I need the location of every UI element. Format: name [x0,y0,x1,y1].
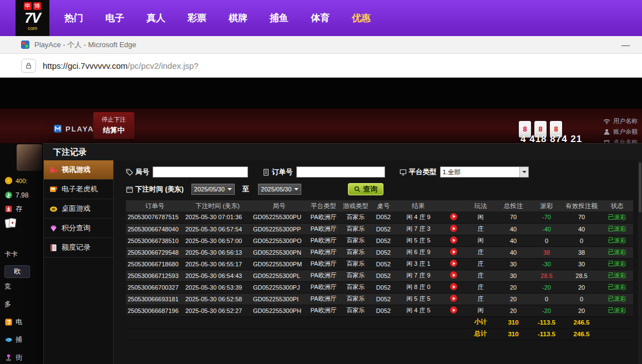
summary-label: 总计 [466,328,496,340]
sidebar-item[interactable]: 电 [4,317,22,327]
cell-valid: 30 [562,258,601,270]
cell-result: 闲 3 庄 1 [396,258,441,270]
cell-result: 闲 5 庄 5 [396,293,441,305]
address-bar[interactable]: https://gci.7vvvvvv.com/pc/pcv2/index.js… [43,61,199,70]
round-input[interactable] [153,166,248,178]
modal-menu-item[interactable]: 积分查询 [44,219,113,238]
replay-icon[interactable] [450,213,457,220]
search-button[interactable]: 查询 [348,183,383,195]
replay-cell [441,293,466,305]
cell-status: 已派彩 [601,293,633,305]
sidebar-item[interactable]: 多 [4,300,11,309]
cell-payout: -40 [531,223,562,235]
cell-game: 百家乐 [340,235,371,246]
site-permissions-button[interactable] [21,59,36,73]
cell-table: D052 [371,270,396,281]
sidebar-item-label: 电 [16,317,22,327]
cell-play: 闲 [466,305,496,316]
replay-icon[interactable] [450,248,457,255]
column-header: 下注时间 (美东) [184,200,251,211]
cell-time: 2025-05-30 06:52:58 [184,293,251,305]
nav-item[interactable]: 捕鱼 [259,12,300,24]
nav-item[interactable]: 电子 [94,12,135,24]
replay-icon[interactable] [450,225,457,232]
sidebar-item-label: 存 [16,204,22,214]
sidebar-item[interactable]: 7.98 [4,191,28,199]
cell-platform: PA欧洲厅 [307,270,340,281]
cell-time: 2025-05-30 06:52:27 [184,305,251,316]
summary-bet: 310 [496,316,531,328]
replay-icon[interactable] [450,236,457,244]
cell-order: 250530066687196 [126,305,184,316]
cell-platform: PA欧洲厅 [307,281,340,293]
column-header: 游戏类型 [340,200,371,211]
app-sidebar: 400:7.98存卡卡欧竞多电捕街 [0,143,43,364]
casino-backdrop: PLAYACE 停止下注 结算中 888 4 418 874 21 用户名称账户… [0,109,642,143]
date-to-dropdown[interactable]: 2025/05/30 [258,184,301,195]
replay-icon[interactable] [450,271,457,279]
modal-menu-item[interactable]: 额度记录 [44,238,113,257]
table-row: 2505300667003272025-05-30 06:53:39GD0522… [126,281,633,293]
cell-bet: 40 [496,223,531,235]
cell-table: D052 [371,235,396,246]
table-row: 2505300767875152025-05-30 07:01:36GD0522… [126,211,633,223]
cell-round: GD052255300PI [251,293,307,305]
cell-bet: 40 [496,246,531,258]
total-row: 总计310-113.5246.5 [126,328,633,340]
cell-time: 2025-05-30 06:57:54 [184,223,251,235]
sidebar-item[interactable]: 400: [4,176,27,185]
modal-menu-item[interactable]: 电子老虎机 [44,180,113,199]
replay-icon[interactable] [450,295,457,302]
empty-cell [340,328,371,340]
minimize-button[interactable]: — [617,40,634,49]
empty-cell [184,316,251,328]
logo-brand: 7V [16,10,49,26]
logo-sub: com [16,26,49,31]
cell-result: 闲 6 庄 9 [396,246,441,258]
url-host: https://gci.7vvvvvv.com [43,61,128,70]
cell-order: 250530066729548 [126,246,184,258]
order-input[interactable] [296,166,385,178]
nav-item[interactable]: 优惠 [341,12,382,24]
nav-item[interactable]: 彩票 [176,12,218,24]
modal-title: 下注记录 [44,144,642,160]
table-row: 2505300666931812025-05-30 06:52:58GD0522… [126,293,633,305]
replay-icon[interactable] [450,260,457,267]
modal-menu-item[interactable]: 桌面游戏 [44,199,113,219]
nav-item[interactable]: 体育 [300,12,341,24]
logo-char: 申 [24,2,32,10]
cell-order: 250530066718680 [126,258,184,270]
nav-item[interactable]: 棋牌 [218,12,259,24]
summary-label: 小计 [466,316,496,328]
sidebar-item[interactable]: 存 [4,204,22,214]
cell-play: 庄 [466,223,496,235]
sidebar-item[interactable]: 竞 [4,282,11,291]
sidebar-item[interactable]: 卡卡 [4,250,18,259]
scrollbar-thumb[interactable] [639,163,641,213]
brand-logo[interactable]: 申 博 7V com [16,0,49,36]
replay-icon[interactable] [450,306,457,314]
cell-status: 已派彩 [601,246,633,258]
nav-item[interactable]: 真人 [135,12,176,24]
date-from-dropdown[interactable]: 2025/05/30 [191,184,235,195]
sidebar-item-label: 400: [16,178,27,184]
nav-item[interactable]: 热门 [53,12,94,24]
sidebar-item[interactable] [4,216,17,231]
account-info-row: 账户余额 [603,128,638,136]
browser-urlbar: https://gci.7vvvvvv.com/pc/pcv2/index.js… [0,54,642,78]
modal-scrollbar[interactable] [638,160,642,364]
cell-time: 2025-05-30 06:53:39 [184,281,251,293]
replay-icon[interactable] [450,283,457,290]
arcade-icon [4,353,13,362]
empty-cell [307,316,340,328]
sidebar-item[interactable]: 欧 [4,265,30,278]
sidebar-item-label: 欧 [4,265,30,278]
avatar[interactable] [17,144,42,171]
platform-select[interactable]: 1.全部 [440,166,529,178]
modal-menu-item[interactable]: 视讯游戏 [44,160,113,180]
sidebar-item[interactable]: 捕 [4,335,22,345]
cell-valid: 40 [562,223,601,235]
sidebar-item[interactable]: 街 [4,353,22,362]
empty-cell [396,316,441,328]
cell-order: 250530066738510 [126,235,184,246]
